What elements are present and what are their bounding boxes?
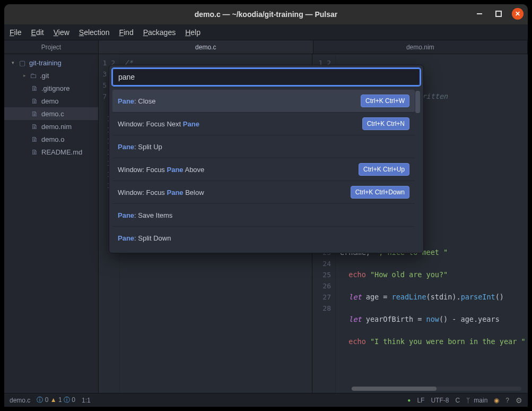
palette-item-label: Window: Focus Next Pane: [118, 120, 199, 128]
status-line-ending[interactable]: LF: [417, 397, 424, 404]
menu-packages[interactable]: Packages: [143, 28, 176, 37]
menu-view[interactable]: View: [54, 28, 69, 37]
palette-scrollbar[interactable]: [415, 91, 420, 113]
github-icon[interactable]: ◉: [494, 397, 499, 404]
palette-results: Pane: CloseCtrl+K Ctrl+WWindow: Focus Ne…: [112, 90, 420, 250]
palette-item[interactable]: Pane: CloseCtrl+K Ctrl+W: [112, 90, 415, 113]
palette-item[interactable]: Pane: Save Items: [112, 204, 415, 227]
palette-item-label: Window: Focus Pane Above: [118, 166, 204, 174]
status-bar: demo.c ⓘ 0 ▲ 1 ⓘ 0 1:1 ● LF UTF-8 C ᛘ ma…: [4, 393, 528, 407]
tree-item-demo-c[interactable]: demo.c: [4, 107, 98, 120]
menu-help[interactable]: Help: [185, 28, 200, 37]
tab-demo-c[interactable]: demo.c: [99, 40, 313, 54]
horizontal-scrollbar[interactable]: [352, 387, 521, 391]
sidebar-title: Project: [4, 40, 98, 54]
palette-item[interactable]: Pane: Split Down: [112, 227, 415, 250]
palette-item-label: Pane: Close: [118, 97, 156, 105]
gear-icon[interactable]: ⚙: [516, 396, 522, 405]
status-right: ● LF UTF-8 C ᛘ main ◉ ? ⚙: [407, 396, 522, 405]
palette-item-shortcut: Ctrl+K Ctrl+N: [362, 117, 409, 130]
palette-item-shortcut: Ctrl+K Ctrl+Up: [359, 163, 409, 176]
tree-item--gitignore[interactable]: .gitignore: [4, 82, 98, 95]
palette-item-label: Pane: Split Up: [118, 143, 162, 151]
menu-selection[interactable]: Selection: [79, 28, 110, 37]
status-branch[interactable]: ᛘ main: [466, 397, 487, 404]
menu-edit[interactable]: Edit: [31, 28, 44, 37]
status-file[interactable]: demo.c: [10, 397, 30, 404]
palette-item-label: Pane: Save Items: [118, 211, 172, 219]
palette-item[interactable]: Pane: Split Up: [112, 135, 415, 158]
project-sidebar: Project ▾▢git-training▸.git.gitignoredem…: [4, 40, 99, 393]
palette-item[interactable]: Window: Focus Pane AboveCtrl+K Ctrl+Up: [112, 158, 415, 181]
tab-bar: demo.cdemo.nim: [99, 40, 528, 54]
tree-item-demo[interactable]: demo: [4, 95, 98, 107]
git-status-dot: ●: [407, 397, 411, 403]
help-icon[interactable]: ?: [505, 397, 509, 404]
palette-item[interactable]: Window: Focus Next PaneCtrl+K Ctrl+N: [112, 113, 415, 135]
palette-item-shortcut: Ctrl+K Ctrl+W: [361, 95, 409, 107]
window-title: demo.c — ~/koodia/git-training — Pulsar: [195, 10, 338, 19]
palette-item-shortcut: Ctrl+K Ctrl+Down: [351, 186, 409, 199]
palette-search-input[interactable]: [112, 68, 420, 85]
tree-item-demo-o[interactable]: demo.o: [4, 133, 98, 145]
tab-demo-nim[interactable]: demo.nim: [313, 40, 528, 54]
window-controls: ✕: [474, 8, 524, 20]
titlebar: demo.c — ~/koodia/git-training — Pulsar …: [4, 4, 528, 24]
tree-root[interactable]: ▾▢git-training: [4, 56, 98, 69]
command-palette: Pane: CloseCtrl+K Ctrl+WWindow: Focus Ne…: [109, 65, 424, 253]
tree-item--git[interactable]: ▸.git: [4, 69, 98, 82]
palette-item[interactable]: Window: Focus Pane BelowCtrl+K Ctrl+Down: [112, 181, 415, 204]
maximize-button[interactable]: [493, 8, 504, 20]
menubar: FileEditViewSelectionFindPackagesHelp: [4, 24, 528, 40]
minimize-button[interactable]: [474, 8, 485, 20]
status-encoding[interactable]: UTF-8: [431, 397, 449, 404]
close-button[interactable]: ✕: [512, 8, 524, 20]
menu-file[interactable]: File: [10, 28, 22, 37]
tree-item-demo-nim[interactable]: demo.nim: [4, 120, 98, 133]
palette-item-label: Pane: Split Down: [118, 234, 171, 242]
status-diagnostics[interactable]: ⓘ 0 ▲ 1 ⓘ 0: [37, 396, 75, 405]
tree-item-README-md[interactable]: README.md: [4, 145, 98, 158]
menu-find[interactable]: Find: [119, 28, 133, 37]
file-tree[interactable]: ▾▢git-training▸.git.gitignoredemodemo.cd…: [4, 54, 98, 158]
palette-item-label: Window: Focus Pane Below: [118, 189, 204, 196]
status-cursor-pos[interactable]: 1:1: [82, 397, 91, 404]
status-left: demo.c ⓘ 0 ▲ 1 ⓘ 0 1:1: [10, 396, 91, 405]
status-language[interactable]: C: [455, 397, 460, 404]
